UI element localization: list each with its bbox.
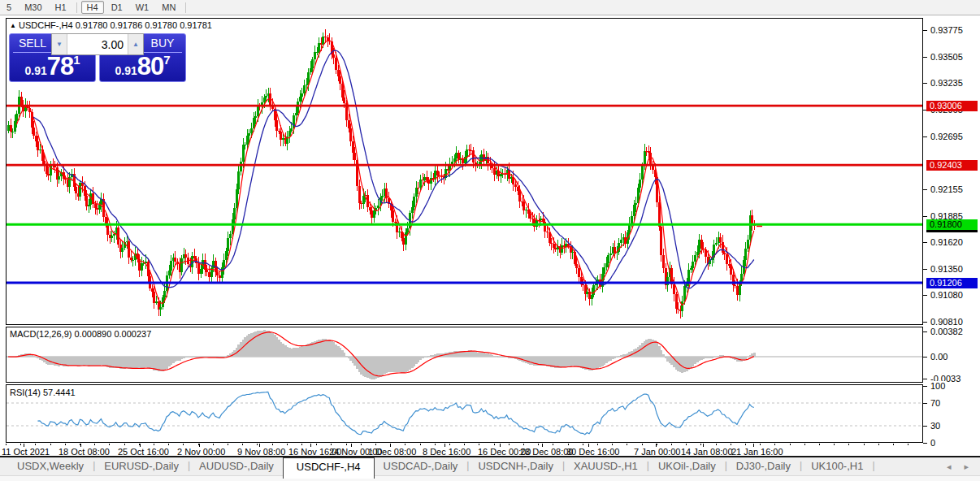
sell-price: 0.91781 bbox=[10, 54, 95, 79]
buy-button[interactable]: BUY bbox=[143, 36, 182, 53]
timeframe-toolbar: 5M30H1H4D1W1MN bbox=[0, 0, 980, 15]
time-minor-tick bbox=[346, 444, 347, 445]
time-minor-tick bbox=[716, 444, 717, 445]
price-tick-dash bbox=[923, 216, 927, 217]
time-minor-tick bbox=[819, 444, 820, 445]
sell-price-big-digits: 78 bbox=[47, 52, 73, 80]
time-minor-tick bbox=[65, 444, 66, 445]
price-level-label: 0.91800 bbox=[926, 219, 978, 230]
price-tick-dash bbox=[923, 57, 927, 58]
price-axis[interactable]: 0.937750.935050.932350.929650.926950.921… bbox=[923, 18, 980, 457]
price-tick-dash bbox=[923, 295, 927, 296]
tab-bar-strip bbox=[0, 475, 980, 481]
time-minor-tick bbox=[642, 444, 643, 445]
rsi-tick-dash bbox=[923, 386, 927, 387]
time-minor-tick bbox=[435, 444, 436, 445]
chart-tab-eurusd-daily[interactable]: EURUSD-,Daily bbox=[95, 457, 188, 472]
chart-tabs: USDX,Weekly|EURUSD-,Daily|AUDUSD-,DailyU… bbox=[0, 457, 980, 475]
time-minor-tick bbox=[154, 444, 154, 445]
chart-tab-usdcnh-daily[interactable]: USDCNH-,Daily bbox=[469, 457, 562, 472]
time-minor-tick bbox=[686, 444, 687, 445]
chart-title: ▲ USDCHF-,H4 0.91780 0.91786 0.91780 0.9… bbox=[10, 20, 212, 30]
volume-spinner: ▼ 3.00 ▲ bbox=[51, 33, 144, 55]
timeframe-button-h1[interactable]: H1 bbox=[50, 1, 72, 14]
price-tick-dash bbox=[923, 242, 927, 243]
time-minor-tick bbox=[242, 444, 243, 445]
chart-tab-audusd-daily[interactable]: AUDUSD-,Daily bbox=[190, 457, 283, 472]
time-minor-tick bbox=[361, 444, 362, 445]
time-minor-tick bbox=[405, 444, 405, 445]
time-minor-tick bbox=[124, 444, 125, 445]
price-level-label: 0.92403 bbox=[926, 160, 978, 171]
macd-tick-dash bbox=[923, 357, 927, 358]
price-tick-dash bbox=[923, 189, 927, 190]
time-minor-tick bbox=[671, 444, 672, 445]
chart-tab-usdchf-h4[interactable]: USDCHF-,H4 bbox=[283, 457, 375, 479]
volume-input[interactable]: 3.00 bbox=[67, 34, 128, 54]
time-minor-tick bbox=[834, 444, 835, 445]
chart-tab-ukoil-daily[interactable]: UKOil-,Daily bbox=[649, 457, 725, 472]
price-tick-dash bbox=[923, 322, 927, 323]
timeframe-button-d1[interactable]: D1 bbox=[106, 1, 128, 14]
sell-button[interactable]: SELL bbox=[13, 36, 52, 53]
macd-tick-dash bbox=[923, 332, 927, 332]
price-tick-label: 0.92695 bbox=[930, 132, 963, 142]
time-minor-tick bbox=[109, 444, 110, 445]
timeframe-button-h4[interactable]: H4 bbox=[81, 1, 104, 14]
chart-tab-usdx-weekly[interactable]: USDX,Weekly bbox=[8, 457, 93, 472]
rsi-tick-dash bbox=[923, 403, 927, 404]
time-axis[interactable]: 11 Oct 202118 Oct 08:0025 Oct 16:002 Nov… bbox=[6, 444, 923, 457]
time-minor-tick bbox=[35, 444, 36, 445]
time-minor-tick bbox=[228, 444, 228, 445]
timeframe-button-mn[interactable]: MN bbox=[156, 1, 181, 14]
time-minor-tick bbox=[287, 444, 288, 445]
price-tick-label: 0.91620 bbox=[930, 237, 963, 248]
time-minor-tick bbox=[94, 444, 95, 445]
time-minor-tick bbox=[597, 444, 598, 445]
toolbar-separator bbox=[76, 2, 77, 13]
toolbar-separator bbox=[185, 2, 186, 13]
price-tick-dash bbox=[923, 30, 927, 31]
time-minor-tick bbox=[375, 444, 376, 445]
volume-decrease-icon[interactable]: ▼ bbox=[52, 34, 67, 54]
time-minor-tick bbox=[509, 444, 510, 445]
chart-tab-xauusd-h1[interactable]: XAUUSD-,H1 bbox=[565, 457, 647, 472]
time-minor-tick bbox=[848, 444, 849, 445]
buy-price-big-digits: 80 bbox=[137, 52, 163, 80]
rsi-tick-dash bbox=[923, 426, 927, 427]
chart-tab-dj30-daily[interactable]: DJ30-,Daily bbox=[727, 457, 800, 472]
time-minor-tick bbox=[893, 444, 894, 445]
time-minor-tick bbox=[745, 444, 746, 445]
time-minor-tick bbox=[272, 444, 273, 445]
time-minor-tick bbox=[331, 444, 332, 445]
price-tick-label: 0.92155 bbox=[930, 184, 963, 195]
rsi-tick-label: 0 bbox=[930, 438, 935, 448]
time-minor-tick bbox=[301, 444, 302, 445]
time-minor-tick bbox=[804, 444, 805, 445]
time-minor-tick bbox=[464, 444, 465, 445]
time-minor-tick bbox=[908, 444, 908, 445]
tab-scroll-arrows: ◂▸ bbox=[940, 462, 975, 472]
timeframe-button-m30[interactable]: M30 bbox=[19, 1, 47, 14]
time-minor-tick bbox=[864, 444, 865, 445]
time-minor-tick bbox=[257, 444, 258, 445]
timeframe-button-w1[interactable]: W1 bbox=[130, 1, 155, 14]
buy-price-prefix: 0.91 bbox=[115, 64, 137, 77]
time-minor-tick bbox=[494, 444, 495, 445]
tab-scroll-right-icon[interactable]: ▸ bbox=[957, 462, 975, 471]
tab-separator: | bbox=[872, 457, 874, 471]
timeframe-button-5[interactable]: 5 bbox=[1, 1, 17, 14]
price-tick-label: 0.93235 bbox=[930, 78, 963, 89]
chart-tab-uk100-h1[interactable]: UK100-,H1 bbox=[802, 457, 872, 472]
time-minor-tick bbox=[183, 444, 184, 445]
time-minor-tick bbox=[790, 444, 791, 445]
volume-increase-icon[interactable]: ▲ bbox=[128, 34, 143, 54]
collapse-triangle-icon[interactable]: ▲ bbox=[10, 22, 16, 29]
chart-symbol-timeframe: USDCHF-,H4 bbox=[19, 20, 73, 30]
chart-tab-usdcad-daily[interactable]: USDCAD-,Daily bbox=[375, 457, 467, 472]
tab-scroll-left-icon[interactable]: ◂ bbox=[940, 462, 958, 471]
time-minor-tick bbox=[50, 444, 51, 445]
time-minor-tick bbox=[449, 444, 450, 445]
time-minor-tick bbox=[774, 444, 775, 445]
time-minor-tick bbox=[553, 444, 553, 445]
